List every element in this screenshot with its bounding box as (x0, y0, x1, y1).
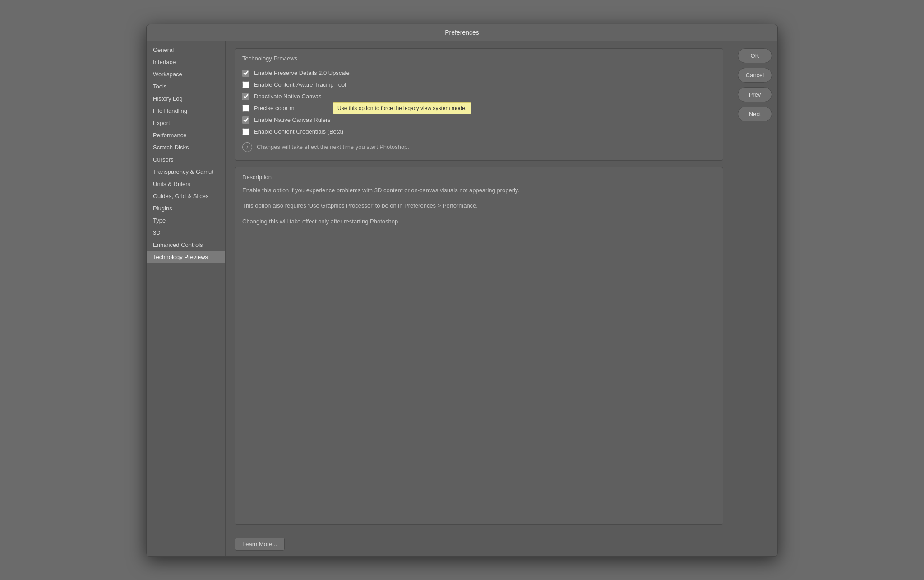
sidebar-item-technology-previews[interactable]: Technology Previews (147, 251, 225, 263)
sidebar-item-scratch-disks[interactable]: Scratch Disks (147, 141, 225, 153)
checkbox-deactivate-canvas[interactable] (242, 93, 249, 100)
checkbox-content-credentials[interactable] (242, 128, 249, 135)
checkbox-row-content-aware: Enable Content-Aware Tracing Tool (242, 79, 716, 91)
info-row: i Changes will take effect the next time… (242, 138, 716, 154)
label-preserve-details[interactable]: Enable Preserve Details 2.0 Upscale (254, 70, 350, 76)
checkbox-row-preserve-details: Enable Preserve Details 2.0 Upscale (242, 67, 716, 79)
checkbox-row-precise-color: Precise color m Use this option to force… (242, 102, 716, 114)
sidebar-item-plugins[interactable]: Plugins (147, 202, 225, 214)
sidebar-item-type[interactable]: Type (147, 214, 225, 227)
checkbox-row-content-credentials: Enable Content Credentials (Beta) (242, 126, 716, 138)
tech-previews-title: Technology Previews (242, 55, 716, 62)
sidebar-item-export[interactable]: Export (147, 117, 225, 129)
info-text: Changes will take effect the next time y… (257, 144, 409, 150)
learn-more-button[interactable]: Learn More... (235, 538, 285, 551)
sidebar-item-interface[interactable]: Interface (147, 56, 225, 68)
sidebar-item-history-log[interactable]: History Log (147, 93, 225, 105)
sidebar-item-cursors[interactable]: Cursors (147, 153, 225, 166)
label-deactivate-canvas[interactable]: Deactivate Native Canvas (254, 93, 322, 100)
sidebar-item-general[interactable]: General (147, 44, 225, 56)
label-native-rulers[interactable]: Enable Native Canvas Rulers (254, 116, 331, 123)
checkbox-content-aware[interactable] (242, 81, 249, 88)
tooltip-precise-color: Use this option to force the legacy view… (333, 102, 471, 114)
cancel-button[interactable]: Cancel (738, 68, 772, 83)
tech-previews-panel: Technology Previews Enable Preserve Deta… (235, 48, 723, 161)
main-content: Technology Previews Enable Preserve Deta… (226, 41, 732, 556)
sidebar-item-enhanced-controls[interactable]: Enhanced Controls (147, 239, 225, 251)
bottom-bar: Learn More... (226, 532, 732, 556)
checkbox-row-native-rulers: Enable Native Canvas Rulers (242, 114, 716, 126)
dialog-title: Preferences (147, 24, 777, 41)
ok-button[interactable]: OK (738, 48, 772, 63)
checkbox-precise-color[interactable] (242, 105, 249, 112)
sidebar-item-file-handling[interactable]: File Handling (147, 105, 225, 117)
sidebar-item-3d[interactable]: 3D (147, 227, 225, 239)
checkbox-preserve-details[interactable] (242, 70, 249, 77)
label-content-credentials[interactable]: Enable Content Credentials (Beta) (254, 128, 343, 135)
right-buttons-panel: OK Cancel Prev Next (732, 41, 777, 556)
sidebar-item-guides-grid[interactable]: Guides, Grid & Slices (147, 190, 225, 202)
sidebar-item-performance[interactable]: Performance (147, 129, 225, 141)
description-line1: Enable this option if you experience pro… (242, 186, 716, 195)
sidebar-item-workspace[interactable]: Workspace (147, 68, 225, 80)
sidebar-item-tools[interactable]: Tools (147, 80, 225, 93)
description-panel: Description Enable this option if you ex… (235, 167, 723, 525)
description-title: Description (242, 174, 716, 181)
description-line3: Changing this will take effect only afte… (242, 217, 716, 227)
info-icon: i (242, 142, 252, 152)
description-line2: This option also requires 'Use Graphics … (242, 201, 716, 211)
label-content-aware[interactable]: Enable Content-Aware Tracing Tool (254, 81, 346, 88)
sidebar-item-transparency-gamut[interactable]: Transparency & Gamut (147, 166, 225, 178)
prev-button[interactable]: Prev (738, 87, 772, 102)
sidebar-item-units-rulers[interactable]: Units & Rulers (147, 178, 225, 190)
content-area: Technology Previews Enable Preserve Deta… (226, 41, 732, 532)
checkbox-row-deactivate-canvas: Deactivate Native Canvas (242, 91, 716, 102)
next-button[interactable]: Next (738, 107, 772, 121)
label-precise-color[interactable]: Precise color m (254, 105, 295, 111)
checkbox-native-rulers[interactable] (242, 116, 249, 124)
sidebar: GeneralInterfaceWorkspaceToolsHistory Lo… (147, 41, 226, 556)
